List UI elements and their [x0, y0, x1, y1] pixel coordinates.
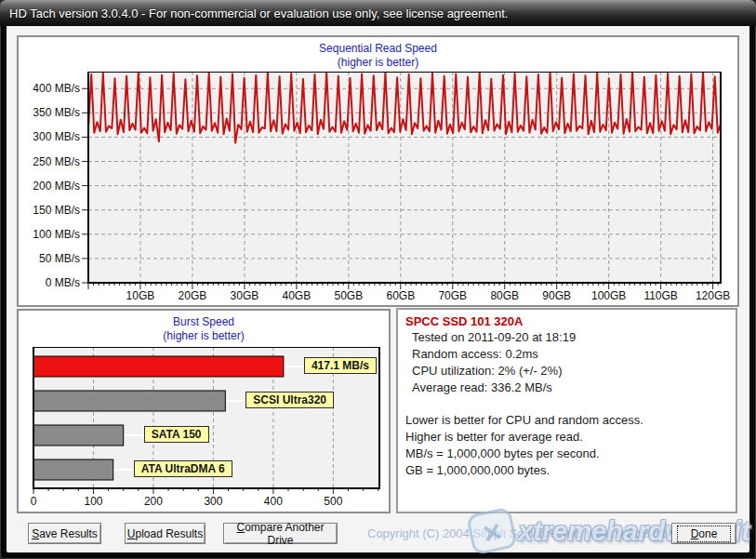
done-button[interactable]: Done: [671, 523, 736, 544]
x-axis-label: 50GB: [325, 289, 372, 302]
x-axis-label: 120GB: [690, 289, 736, 302]
note-gb-def: GB = 1,000,000,000 bytes.: [405, 462, 728, 479]
burst-chart-subtitle: (higher is better): [19, 329, 389, 343]
save-results-label: Save Results: [32, 527, 98, 540]
note-higher-better: Higher is better for average read.: [405, 429, 728, 446]
y-axis-label: 200 MB/s: [19, 180, 80, 193]
y-axis-label: 350 MB/s: [19, 106, 80, 119]
tested-on-line: Tested on 2011-09-20 at 18:19: [412, 329, 728, 346]
upload-results-label: Upload Results: [127, 527, 203, 540]
save-results-button[interactable]: Save Results: [28, 523, 101, 544]
bar-label: SATA 150: [144, 426, 209, 443]
x-axis-label: 10GB: [117, 289, 164, 302]
x-axis-label: 200: [135, 495, 172, 508]
window-title: HD Tach version 3.0.4.0 - For non-commer…: [0, 7, 508, 20]
window-titlebar[interactable]: HD Tach version 3.0.4.0 - For non-commer…: [0, 0, 756, 26]
note-lower-better: Lower is better for CPU and random acces…: [405, 412, 728, 429]
average-read-line: Average read: 336.2 MB/s: [412, 379, 728, 396]
x-axis-label: 80GB: [482, 289, 528, 302]
x-axis-label: 100GB: [586, 289, 632, 302]
window-client-area: Sequential Read Speed (higher is better)…: [7, 26, 749, 552]
copyright-text: Copyright (C) 2004 Simpli Software, Inc.…: [367, 526, 718, 540]
hdtach-window: HD Tach version 3.0.4.0 - For non-commer…: [0, 0, 756, 559]
y-axis-label: 300 MB/s: [19, 130, 80, 143]
x-axis-label: 20GB: [169, 289, 216, 302]
drive-details: Tested on 2011-09-20 at 18:19 Random acc…: [405, 329, 728, 396]
y-axis-label: 400 MB/s: [19, 82, 80, 95]
compare-drive-label: Compare Another Drive: [224, 521, 337, 547]
x-axis-label: 40GB: [273, 289, 320, 302]
sequential-chart-subtitle: (higher is better): [19, 56, 737, 70]
sequential-read-plot: [80, 72, 723, 295]
drive-name: SPCC SSD 101 320A: [405, 313, 728, 329]
y-axis-label: 250 MB/s: [19, 155, 80, 168]
x-axis-label: 0: [15, 495, 52, 508]
drive-info-panel: SPCC SSD 101 320A Tested on 2011-09-20 a…: [396, 308, 737, 513]
burst-chart-title: Burst Speed: [19, 311, 389, 329]
done-label: Done: [678, 526, 731, 541]
x-axis-label: 30GB: [221, 289, 268, 302]
y-axis-label: 150 MB/s: [19, 204, 80, 217]
y-axis-label: 0 MB/s: [19, 276, 80, 289]
x-axis-label: 60GB: [378, 289, 424, 302]
sequential-chart-title: Sequential Read Speed: [19, 37, 737, 56]
y-axis-label: 100 MB/s: [19, 228, 80, 241]
legend-notes: Lower is better for CPU and random acces…: [405, 412, 728, 479]
y-axis-label: 50 MB/s: [19, 252, 80, 265]
cpu-utilization-line: CPU utilization: 2% (+/- 2%): [412, 363, 728, 379]
x-axis-label: 500: [314, 495, 351, 508]
x-axis-label: 110GB: [638, 289, 684, 302]
x-axis-label: 100: [74, 495, 112, 508]
note-mbs-def: MB/s = 1,000,000 bytes per second.: [405, 446, 728, 462]
sequential-read-panel: Sequential Read Speed (higher is better)…: [17, 35, 739, 307]
x-axis-label: 400: [255, 495, 292, 508]
bar-label: 417.1 MB/s: [304, 357, 377, 374]
x-axis-label: 300: [194, 495, 232, 508]
bar-label: ATA UltraDMA 6: [134, 460, 232, 477]
bar-label: SCSI Ultra320: [245, 392, 334, 408]
random-access-line: Random access: 0.2ms: [412, 346, 728, 363]
burst-speed-panel: Burst Speed (higher is better) 417.1 MB/…: [17, 309, 391, 513]
upload-results-button[interactable]: Upload Results: [125, 523, 206, 544]
compare-another-drive-button[interactable]: Compare Another Drive: [223, 523, 338, 544]
x-axis-label: 90GB: [534, 289, 580, 302]
x-axis-label: 70GB: [430, 289, 476, 302]
